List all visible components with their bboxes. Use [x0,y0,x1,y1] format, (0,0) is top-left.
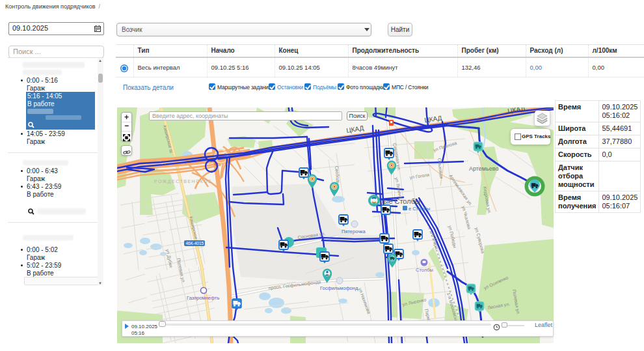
svg-text:Артемьево: Артемьево [469,165,498,172]
svg-text:е Столбы: е Столбы [409,206,430,212]
svg-text:Газпромнефть: Газпромнефть [187,295,219,301]
svg-text:лые Столбы: лые Столбы [379,197,420,205]
svg-text:РОЖДЕСТВЕНСКОЕ: РОЖДЕСТВЕНСКОЕ [154,179,212,184]
svg-text:Госфильмофонд: Госфильмофонд [320,285,358,291]
svg-text:Столбы: Столбы [416,267,433,273]
svg-text:46К-4015: 46К-4015 [186,241,204,246]
svg-text:Пятерочка: Пятерочка [342,229,366,234]
